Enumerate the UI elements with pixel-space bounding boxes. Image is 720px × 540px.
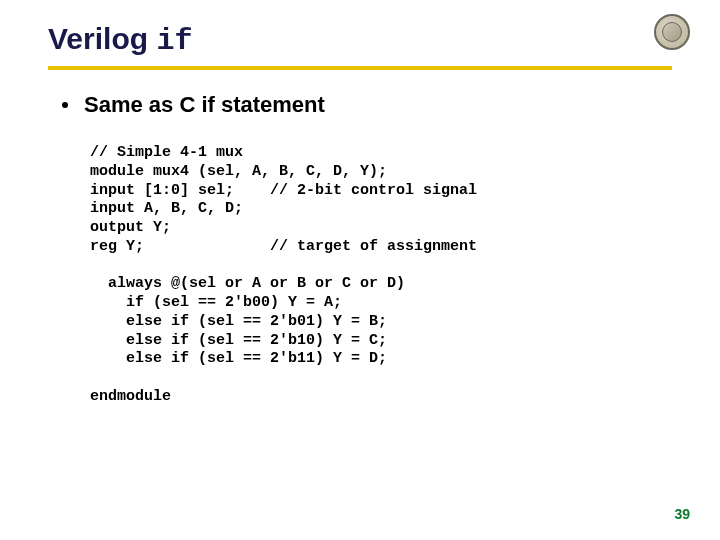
logo-inner bbox=[662, 22, 682, 42]
title-underline bbox=[48, 66, 672, 70]
code-block: // Simple 4-1 mux module mux4 (sel, A, B… bbox=[90, 144, 672, 407]
slide-title: Verilog if bbox=[48, 22, 672, 66]
bullet-dot-icon bbox=[62, 102, 68, 108]
logo-seal bbox=[654, 14, 690, 50]
bullet-item: Same as C if statement bbox=[62, 92, 672, 118]
title-text: Verilog bbox=[48, 22, 156, 55]
title-keyword: if bbox=[156, 24, 192, 58]
bullet-text: Same as C if statement bbox=[84, 92, 325, 118]
page-number: 39 bbox=[674, 506, 690, 522]
slide-content: Verilog if Same as C if statement // Sim… bbox=[0, 0, 720, 407]
